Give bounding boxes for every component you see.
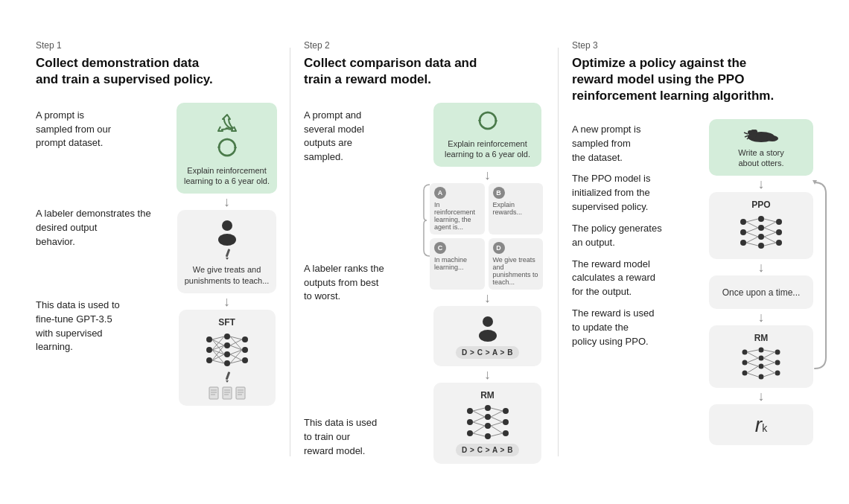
svg-point-56 — [485, 414, 491, 420]
step3-label: Step 3 — [572, 40, 813, 51]
rm2-neural-net — [739, 346, 783, 380]
svg-point-14 — [242, 347, 248, 353]
svg-point-61 — [503, 430, 509, 436]
pencil-icon — [221, 248, 233, 260]
step1-demo-text: We give treats andpunishments to teach..… — [185, 264, 270, 286]
step3-text5: The reward is usedto update thepolicy us… — [572, 303, 702, 353]
svg-line-97 — [746, 243, 758, 246]
svg-line-120 — [763, 350, 775, 352]
svg-line-69 — [491, 411, 503, 417]
reward-r: r — [755, 413, 762, 437]
svg-point-11 — [224, 351, 230, 357]
svg-point-54 — [467, 430, 473, 436]
svg-point-105 — [743, 360, 748, 366]
svg-point-86 — [758, 225, 764, 231]
rank-item-b: B Explain rewards... — [489, 183, 544, 235]
svg-rect-36 — [209, 387, 218, 399]
svg-line-102 — [764, 237, 776, 243]
column-1: Step 1 Collect demonstration dataand tra… — [22, 40, 290, 465]
svg-point-8 — [206, 357, 212, 363]
step3-ppo-card: PPO — [709, 192, 813, 259]
svg-line-17 — [212, 339, 224, 345]
rank-formula-bottom: D > C > A > B — [456, 444, 519, 456]
svg-point-10 — [224, 342, 230, 348]
step3-reward-card: r k — [709, 404, 813, 445]
svg-point-106 — [743, 371, 748, 376]
svg-point-83 — [740, 229, 746, 235]
svg-marker-5 — [226, 258, 229, 260]
ppo-label: PPO — [751, 200, 770, 210]
column-3: Step 3 Optimize a policy against therewa… — [559, 40, 827, 465]
svg-point-90 — [776, 229, 782, 235]
column-2: Step 2 Collect comparison data andtrain … — [290, 40, 559, 465]
sft-neural-net — [202, 331, 252, 369]
step1-demo-card: We give treats andpunishments to teach..… — [177, 210, 277, 293]
sft-label: SFT — [218, 317, 235, 328]
svg-line-72 — [491, 426, 503, 433]
step3-title: Optimize a policy against thereward mode… — [572, 55, 813, 104]
badge-c: C — [434, 242, 446, 254]
step2-rm-card: RM — [433, 383, 541, 464]
step3-text1: A new prompt issampled fromthe dataset. — [572, 119, 702, 169]
pencil2-icon — [221, 371, 233, 383]
diagram: Step 1 Collect demonstration dataand tra… — [15, 25, 834, 479]
person-icon — [213, 217, 241, 246]
svg-point-60 — [503, 419, 509, 425]
svg-line-123 — [763, 363, 775, 366]
reward-display: r k — [755, 413, 767, 437]
svg-line-118 — [747, 366, 758, 373]
svg-point-112 — [775, 360, 780, 366]
svg-line-121 — [763, 352, 775, 358]
step1-title: Collect demonstration dataand train a su… — [36, 55, 277, 88]
recycle2-icon — [476, 110, 500, 131]
svg-point-15 — [242, 357, 248, 363]
svg-point-58 — [485, 433, 491, 439]
svg-line-73 — [491, 433, 503, 436]
docs-icon — [209, 386, 246, 400]
rank-item-a: A In reinforcement learning, the agent i… — [430, 183, 485, 235]
svg-rect-44 — [236, 387, 245, 399]
svg-rect-40 — [223, 387, 232, 399]
svg-point-9 — [224, 334, 230, 339]
svg-point-2 — [222, 220, 232, 231]
step3-text3: The policy generatesan output. — [572, 218, 702, 254]
svg-line-94 — [746, 228, 758, 232]
arrow2b: ↓ — [484, 291, 491, 304]
svg-point-111 — [775, 350, 780, 355]
step2-label: Step 2 — [304, 40, 545, 51]
arrow3b: ↓ — [758, 261, 765, 274]
svg-point-57 — [485, 423, 491, 429]
svg-line-68 — [491, 408, 503, 411]
rank-grid: A In reinforcement learning, the agent i… — [430, 183, 543, 290]
svg-line-66 — [473, 426, 485, 433]
svg-point-107 — [759, 348, 764, 353]
step2-text3: This data is usedto train ourreward mode… — [304, 410, 421, 465]
svg-line-71 — [491, 422, 503, 426]
step1-sft-card: SFT — [179, 310, 276, 406]
svg-line-100 — [764, 228, 776, 232]
rank-formula-top: D > C > A > B — [456, 346, 519, 359]
svg-point-55 — [485, 405, 491, 411]
svg-line-96 — [746, 237, 758, 243]
step3-output-card: Once upon a time... — [709, 275, 813, 309]
svg-line-116 — [747, 358, 758, 363]
svg-line-114 — [747, 350, 758, 352]
svg-point-7 — [206, 347, 212, 353]
ppo-neural-net — [736, 213, 786, 252]
svg-line-125 — [763, 373, 775, 377]
svg-line-62 — [473, 408, 485, 411]
svg-point-3 — [218, 234, 236, 246]
svg-point-82 — [740, 219, 746, 225]
arrow3a: ↓ — [758, 177, 765, 191]
svg-line-64 — [473, 417, 485, 422]
rm-label-2: RM — [480, 390, 495, 401]
svg-line-124 — [763, 366, 775, 373]
badge-d: D — [493, 242, 505, 254]
svg-point-52 — [467, 408, 473, 414]
svg-point-88 — [758, 243, 764, 249]
step1-prompt-card: Explain reinforcementlearning to a 6 yea… — [177, 103, 277, 194]
step1-text2: A labeler demonstrates thedesired output… — [36, 201, 169, 255]
step3-prompt-card: Write a storyabout otters. — [709, 119, 813, 176]
svg-point-87 — [758, 234, 764, 240]
rank-item-c: C In machine learning... — [430, 238, 485, 290]
